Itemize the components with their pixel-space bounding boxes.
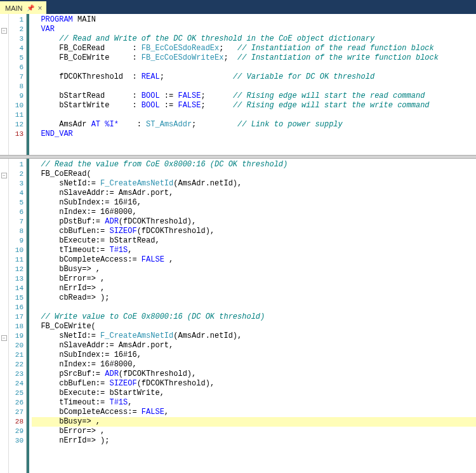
code-line[interactable]: bCompleteAccess:= FALSE ,	[32, 255, 476, 265]
fold-marker	[1, 445, 8, 455]
code-line[interactable]: // Read and Write of the DC OK threshold…	[32, 34, 476, 44]
fold-marker	[1, 87, 8, 97]
code-line[interactable]: cbBufLen:= SIZEOF(fDCOKThreshold),	[32, 227, 476, 236]
line-number: 11	[9, 255, 23, 265]
tab-main[interactable]: MAIN 📌 ×	[0, 1, 46, 14]
fold-marker	[1, 404, 8, 414]
implementation-pane[interactable]: −−12345678910111213141516171819202122232…	[0, 159, 476, 473]
line-number: 7	[9, 217, 23, 227]
code-line[interactable]: VAR	[32, 25, 476, 34]
code-line[interactable]: nSlaveAddr:= AmsAdr.port,	[32, 189, 476, 198]
code-line[interactable]: AmsAdr AT %I* : ST_AmsAddr; // Link to p…	[32, 120, 476, 130]
code-line[interactable]: sNetId:= F_CreateAmsNetId(AmsAdr.netId),	[32, 179, 476, 189]
fold-marker[interactable]: −	[1, 26, 8, 36]
code-line[interactable]: pSrcBuf:= ADR(fDCOKThreshold),	[32, 370, 476, 379]
line-number: 8	[9, 82, 23, 91]
pin-icon[interactable]: 📌	[27, 4, 34, 11]
fold-marker	[1, 128, 8, 137]
fold-marker	[1, 107, 8, 117]
line-number: 1	[9, 15, 23, 25]
code-line[interactable]: // Read the value from CoE 0x8000:16 (DC…	[32, 160, 476, 170]
code-area[interactable]: // Read the value from CoE 0x8000:16 (DC…	[29, 159, 476, 473]
fold-gutter[interactable]: −	[0, 14, 9, 155]
line-number: 5	[9, 53, 23, 63]
fold-marker	[1, 117, 8, 127]
code-line[interactable]: nSlaveAddr:= AmsAdr.port,	[32, 341, 476, 350]
fold-marker	[1, 138, 8, 147]
line-number: 15	[9, 293, 23, 303]
code-line[interactable]: pDstBuf:= ADR(fDCOKThreshold),	[32, 217, 476, 227]
code-line[interactable]: // Write value to CoE 0x8000:16 (DC OK t…	[32, 312, 476, 322]
code-line[interactable]: cbBufLen:= SIZEOF(fDCOKThreshold),	[32, 379, 476, 389]
code-line[interactable]: bCompleteAccess:= FALSE,	[32, 408, 476, 417]
fold-marker	[1, 354, 8, 363]
fold-marker	[1, 161, 8, 170]
fold-gutter[interactable]: −−	[0, 159, 9, 473]
line-number: 17	[9, 312, 23, 322]
line-number: 4	[9, 44, 23, 53]
fold-marker	[1, 201, 8, 211]
fold-marker	[1, 67, 8, 76]
code-line[interactable]: bStartWrite : BOOL := FALSE; // Rising e…	[32, 101, 476, 110]
line-number: 28	[9, 417, 23, 427]
code-line[interactable]: nSubIndex:= 16#16,	[32, 350, 476, 360]
code-line[interactable]: bBusy=> ,	[32, 417, 476, 427]
code-line[interactable]: FB_CoEWrite : FB_EcCoESdoWriteEx; // Ins…	[32, 53, 476, 63]
line-number: 9	[9, 91, 23, 101]
fold-marker[interactable]: −	[1, 171, 8, 180]
fold-marker	[1, 435, 8, 444]
code-line[interactable]	[32, 110, 476, 120]
code-line[interactable]: bExecute:= bStartRead,	[32, 236, 476, 246]
code-line[interactable]: nIndex:= 16#8000,	[32, 360, 476, 370]
code-line[interactable]: FB_CoEWrite(	[32, 322, 476, 331]
code-line[interactable]: nIndex:= 16#8000,	[32, 208, 476, 217]
fold-marker	[1, 394, 8, 404]
code-line[interactable]: FB_CoERead : FB_EcCoESdoReadEx; // Insta…	[32, 44, 476, 53]
fold-marker	[1, 293, 8, 302]
code-line[interactable]	[32, 303, 476, 312]
line-number: 22	[9, 360, 23, 370]
code-line[interactable]: sNetId:= F_CreateAmsNetId(AmsAdr.netId),	[32, 331, 476, 341]
fold-marker	[1, 343, 8, 353]
fold-marker	[1, 425, 8, 434]
code-line[interactable]: nErrId=> ,	[32, 284, 476, 293]
line-number: 23	[9, 370, 23, 379]
code-line[interactable]: bBusy=> ,	[32, 265, 476, 274]
editor-container: −12345678910111213 PROGRAM MAIN VAR // R…	[0, 14, 476, 473]
line-number: 4	[9, 189, 23, 198]
code-area[interactable]: PROGRAM MAIN VAR // Read and Write of th…	[29, 14, 476, 155]
line-number: 3	[9, 34, 23, 44]
code-line[interactable]: bExecute:= bStartWrite,	[32, 389, 476, 398]
code-line[interactable]: bError=> ,	[32, 274, 476, 284]
line-number-gutter: 1234567891011121314151617181920212223242…	[9, 159, 27, 473]
code-line[interactable]: nErrId=> );	[32, 436, 476, 446]
line-number: 10	[9, 246, 23, 255]
code-line[interactable]: tTimeout:= T#1S,	[32, 246, 476, 255]
code-line[interactable]: tTimeout:= T#1S,	[32, 398, 476, 408]
tab-title: MAIN	[5, 4, 23, 12]
code-line[interactable]	[32, 82, 476, 91]
code-line[interactable]: cbRead=> );	[32, 293, 476, 303]
line-number-gutter: 12345678910111213	[9, 14, 27, 155]
fold-marker	[1, 283, 8, 292]
code-line[interactable]: PROGRAM MAIN	[32, 15, 476, 25]
code-line[interactable]: fDCOKThreshold : REAL; // Variable for D…	[32, 72, 476, 82]
fold-marker	[1, 57, 8, 66]
line-number: 1	[9, 160, 23, 170]
line-number: 21	[9, 350, 23, 360]
code-line[interactable]: FB_CoERead(	[32, 170, 476, 179]
code-line[interactable]: bError=> ,	[32, 427, 476, 436]
line-number: 12	[9, 265, 23, 274]
declarations-pane[interactable]: −12345678910111213 PROGRAM MAIN VAR // R…	[0, 14, 476, 155]
fold-marker	[1, 222, 8, 231]
fold-marker	[1, 181, 8, 190]
code-line[interactable]: bStartRead : BOOL := FALSE; // Rising ed…	[32, 91, 476, 101]
fold-marker	[1, 46, 8, 56]
code-line[interactable]: nSubIndex:= 16#16,	[32, 198, 476, 208]
fold-marker	[1, 252, 8, 262]
fold-marker[interactable]: −	[1, 333, 8, 343]
close-icon[interactable]: ×	[38, 4, 43, 13]
code-line[interactable]: END_VAR	[32, 130, 476, 139]
code-line[interactable]	[32, 63, 476, 72]
fold-marker	[1, 323, 8, 333]
